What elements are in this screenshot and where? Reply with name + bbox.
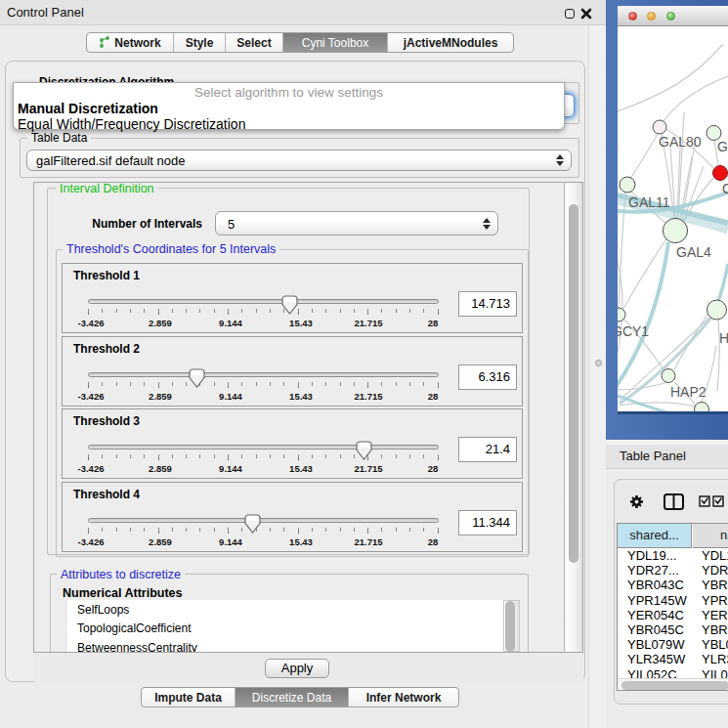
svg-text:GAL11: GAL11 <box>628 194 670 210</box>
svg-text:HAP2: HAP2 <box>670 384 707 400</box>
svg-text:GCY1: GCY1 <box>618 323 649 339</box>
svg-text:CA: CA <box>722 181 728 196</box>
svg-text:HA: HA <box>719 330 728 346</box>
svg-text:GAL4: GAL4 <box>676 244 711 260</box>
svg-text:GAL80: GAL80 <box>659 134 702 150</box>
svg-text:GA: GA <box>717 139 728 154</box>
